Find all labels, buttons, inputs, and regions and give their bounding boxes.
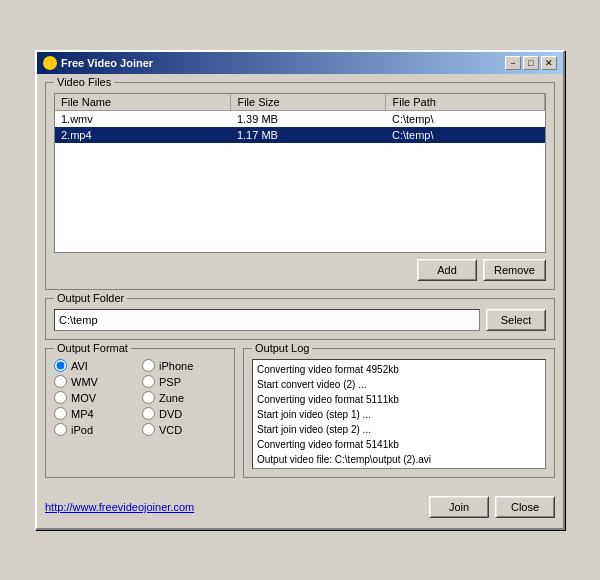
output-folder-group: Output Folder Select <box>45 298 555 340</box>
cell-name: 2.mp4 <box>55 127 231 143</box>
format-option-mp4[interactable]: MP4 <box>54 407 138 420</box>
add-button[interactable]: Add <box>417 259 477 281</box>
radio-avi[interactable] <box>54 359 67 372</box>
output-folder-row: Select <box>54 309 546 331</box>
cell-name: 1.wmv <box>55 111 231 128</box>
title-bar-left: ⚡ Free Video Joiner <box>43 56 153 70</box>
format-option-mov[interactable]: MOV <box>54 391 138 404</box>
format-option-avi[interactable]: AVI <box>54 359 138 372</box>
cell-size: 1.39 MB <box>231 111 386 128</box>
label-avi: AVI <box>71 360 88 372</box>
file-buttons-row: Add Remove <box>54 259 546 281</box>
log-line: Converting video format 5111kb <box>257 392 541 407</box>
video-files-group: Video Files File Name File Size File Pat… <box>45 82 555 290</box>
output-log-group: Output Log Converting video format 4952k… <box>243 348 555 478</box>
log-line: Converting video format 4952kb <box>257 362 541 377</box>
join-button[interactable]: Join <box>429 496 489 518</box>
close-button[interactable]: Close <box>495 496 555 518</box>
log-line: Converting video format 5141kb <box>257 437 541 452</box>
folder-path-input[interactable] <box>54 309 480 331</box>
title-bar: ⚡ Free Video Joiner − □ ✕ <box>37 52 563 74</box>
label-wmv: WMV <box>71 376 98 388</box>
table-row[interactable]: 2.mp41.17 MBC:\temp\ <box>55 127 545 143</box>
log-line: Start join video (step 1) ... <box>257 407 541 422</box>
log-line: Start convert video (2) ... <box>257 377 541 392</box>
label-psp: PSP <box>159 376 181 388</box>
radio-iphone[interactable] <box>142 359 155 372</box>
radio-zune[interactable] <box>142 391 155 404</box>
label-zune: Zune <box>159 392 184 404</box>
radio-mov[interactable] <box>54 391 67 404</box>
label-mov: MOV <box>71 392 96 404</box>
app-icon: ⚡ <box>43 56 57 70</box>
label-ipod: iPod <box>71 424 93 436</box>
video-files-label: Video Files <box>54 76 114 88</box>
log-line: Output video file: C:\temp\output (2).av… <box>257 452 541 467</box>
table-header-row: File Name File Size File Path <box>55 94 545 111</box>
main-window: ⚡ Free Video Joiner − □ ✕ Video Files Fi… <box>35 50 565 530</box>
col-filename: File Name <box>55 94 231 111</box>
output-folder-label: Output Folder <box>54 292 127 304</box>
cell-size: 1.17 MB <box>231 127 386 143</box>
output-format-group: Output Format AVIiPhoneWMVPSPMOVZuneMP4D… <box>45 348 235 478</box>
close-window-button[interactable]: ✕ <box>541 56 557 70</box>
radio-ipod[interactable] <box>54 423 67 436</box>
file-table-body: 1.wmv1.39 MBC:\temp\2.mp41.17 MBC:\temp\ <box>55 111 545 144</box>
title-controls: − □ ✕ <box>505 56 557 70</box>
col-filesize: File Size <box>231 94 386 111</box>
format-radio-grid: AVIiPhoneWMVPSPMOVZuneMP4DVDiPodVCD <box>54 359 226 436</box>
radio-dvd[interactable] <box>142 407 155 420</box>
remove-button[interactable]: Remove <box>483 259 546 281</box>
footer-row: http://www.freevideojoiner.com Join Clos… <box>45 494 555 520</box>
col-filepath: File Path <box>386 94 545 111</box>
output-format-label: Output Format <box>54 342 131 354</box>
table-row[interactable]: 1.wmv1.39 MBC:\temp\ <box>55 111 545 128</box>
select-folder-button[interactable]: Select <box>486 309 546 331</box>
format-option-iphone[interactable]: iPhone <box>142 359 226 372</box>
log-area: Converting video format 4952kbStart conv… <box>252 359 546 469</box>
window-title: Free Video Joiner <box>61 57 153 69</box>
file-table-container[interactable]: File Name File Size File Path 1.wmv1.39 … <box>54 93 546 253</box>
file-table: File Name File Size File Path 1.wmv1.39 … <box>55 94 545 143</box>
footer-buttons: Join Close <box>429 496 555 518</box>
log-line: Start join video (step 2) ... <box>257 422 541 437</box>
radio-mp4[interactable] <box>54 407 67 420</box>
label-iphone: iPhone <box>159 360 193 372</box>
format-option-zune[interactable]: Zune <box>142 391 226 404</box>
format-option-dvd[interactable]: DVD <box>142 407 226 420</box>
output-log-label: Output Log <box>252 342 312 354</box>
radio-vcd[interactable] <box>142 423 155 436</box>
bottom-section: Output Format AVIiPhoneWMVPSPMOVZuneMP4D… <box>45 348 555 486</box>
website-link[interactable]: http://www.freevideojoiner.com <box>45 501 194 513</box>
format-option-wmv[interactable]: WMV <box>54 375 138 388</box>
cell-path: C:\temp\ <box>386 127 545 143</box>
minimize-button[interactable]: − <box>505 56 521 70</box>
format-option-vcd[interactable]: VCD <box>142 423 226 436</box>
label-dvd: DVD <box>159 408 182 420</box>
maximize-button[interactable]: □ <box>523 56 539 70</box>
label-mp4: MP4 <box>71 408 94 420</box>
label-vcd: VCD <box>159 424 182 436</box>
radio-wmv[interactable] <box>54 375 67 388</box>
radio-psp[interactable] <box>142 375 155 388</box>
format-option-ipod[interactable]: iPod <box>54 423 138 436</box>
window-body: Video Files File Name File Size File Pat… <box>37 74 563 528</box>
cell-path: C:\temp\ <box>386 111 545 128</box>
format-option-psp[interactable]: PSP <box>142 375 226 388</box>
